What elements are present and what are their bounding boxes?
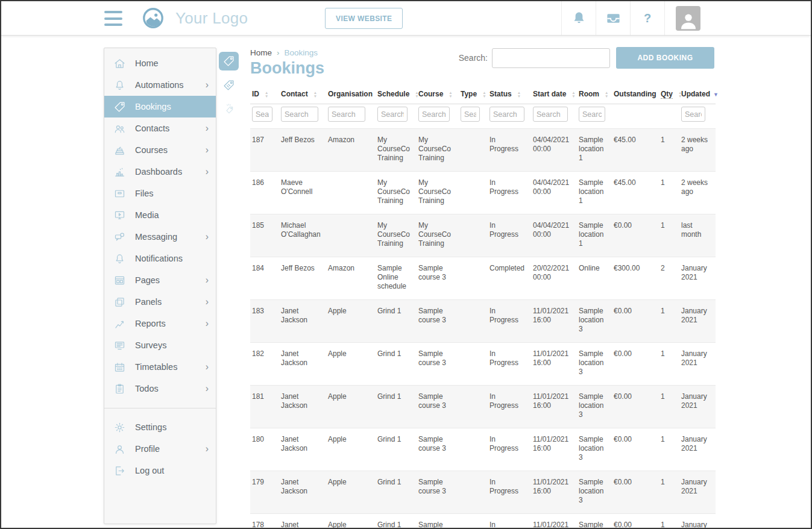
help-icon[interactable]: ? [630, 1, 664, 35]
sidebar-item-label: Surveys [135, 340, 200, 350]
column-header-schedule[interactable]: Schedule▲▼ [376, 85, 417, 104]
sidebar-item-media[interactable]: Media [104, 204, 216, 226]
filter-contact-input[interactable] [281, 107, 318, 122]
sidebar-item-log-out[interactable]: Log out [104, 460, 216, 481]
sidebar-item-reports[interactable]: Reports › [104, 313, 216, 334]
table-row[interactable]: 183Janet JacksonAppleGrind 1Sample cours… [250, 300, 716, 343]
column-label: Status [489, 90, 512, 98]
sidebar-item-home[interactable]: Home [104, 52, 216, 74]
sidebar-item-automations[interactable]: Automations › [104, 74, 216, 96]
subnav-tag-icon[interactable] [219, 52, 239, 70]
logo[interactable]: Your Logo [140, 5, 248, 31]
table-row[interactable]: 185Michael O'CallaghanMy CourseCo Traini… [250, 214, 716, 257]
sidebar-item-contacts[interactable]: Contacts › [104, 117, 216, 139]
table-row[interactable]: 179Janet JacksonAppleGrind 1Sample cours… [250, 471, 716, 514]
cell: 1 [659, 428, 679, 471]
cell: Online [577, 257, 612, 300]
inbox-icon[interactable] [596, 1, 630, 35]
column-label: Updated [681, 90, 710, 98]
column-header-contact[interactable]: Contact▲▼ [279, 85, 326, 104]
sidebar-item-settings[interactable]: Settings [104, 416, 216, 438]
cell: 184 [250, 257, 279, 300]
column-header-type[interactable]: Type▲▼ [459, 85, 488, 104]
sidebar-item-messaging[interactable]: Messaging › [104, 226, 216, 248]
home-icon [113, 57, 126, 70]
cell: 1 [659, 129, 679, 172]
sidebar-item-profile[interactable]: Profile › [104, 438, 216, 460]
sidebar-item-surveys[interactable]: Surveys [104, 334, 216, 356]
filter-cell [659, 104, 679, 129]
cell: 185 [250, 214, 279, 257]
sidebar-item-panels[interactable]: Panels › [104, 291, 216, 313]
cell: Janet Jackson [279, 514, 326, 529]
sidebar-item-dashboards[interactable]: Dashboards › [104, 161, 216, 183]
column-header-id[interactable]: ID▲▼ [250, 85, 279, 104]
filter-schedule-input[interactable] [377, 107, 408, 122]
people-icon [113, 122, 126, 135]
subnav-tag-gift-icon[interactable] [219, 100, 239, 119]
filter-course-input[interactable] [418, 107, 450, 122]
breadcrumb-home[interactable]: Home [250, 48, 272, 57]
cell: Janet Jackson [279, 428, 326, 471]
sidebar-item-pages[interactable]: Pages › [104, 269, 216, 291]
cell: Sample location 3 [577, 514, 612, 529]
sidebar-item-timetables[interactable]: Timetables › [104, 356, 216, 378]
filter-type-input[interactable] [461, 107, 480, 122]
cell: 11/01/2021 16:00 [531, 300, 577, 343]
subnav-tags-icon[interactable] [219, 76, 239, 95]
filter-updated-input[interactable] [681, 107, 705, 122]
filter-id-input[interactable] [252, 107, 272, 122]
search-input[interactable] [492, 48, 610, 68]
cell: 04/04/2021 00:00 [531, 172, 577, 214]
chevron-right-icon: › [206, 384, 209, 393]
cell: January 2021 [679, 471, 716, 514]
avatar[interactable] [676, 6, 700, 31]
filter-status-input[interactable] [489, 107, 524, 122]
column-header-updated[interactable]: Updated▼ [679, 85, 716, 104]
cell: In Progress [488, 343, 531, 386]
filter-room-input[interactable] [579, 107, 605, 122]
sidebar-item-bookings[interactable]: Bookings [104, 96, 216, 117]
cell: In Progress [488, 214, 531, 257]
sort-icon: ▲▼ [313, 91, 317, 98]
column-header-start-date[interactable]: Start date▲▼ [531, 85, 577, 104]
sidebar-item-notifications[interactable]: Notifications [104, 248, 216, 269]
cell: Sample location 3 [577, 471, 612, 514]
cell: 1 [659, 214, 679, 257]
sidebar-item-todos[interactable]: Todos › [104, 378, 216, 399]
avatar-cell [664, 1, 811, 35]
column-header-status[interactable]: Status▲▼ [488, 85, 531, 104]
cell: 186 [250, 172, 279, 214]
filter-start-date-input[interactable] [533, 107, 568, 122]
notifications-bell-icon[interactable] [561, 1, 596, 35]
table-row[interactable]: 181Janet JacksonAppleGrind 1Sample cours… [250, 386, 716, 428]
logout-icon [113, 465, 126, 477]
table-row[interactable]: 184Jeff BezosAmazonSample Online schedul… [250, 257, 716, 300]
column-header-room[interactable]: Room▲▼ [577, 85, 612, 104]
chevron-right-icon: › [206, 80, 209, 90]
column-header-course[interactable]: Course▲▼ [417, 85, 459, 104]
table-row[interactable]: 186Maeve O'ConnellMy CourseCo TrainingMy… [250, 172, 716, 214]
filter-organisation-input[interactable] [328, 107, 365, 122]
view-website-button[interactable]: VIEW WEBSITE [325, 8, 403, 29]
column-header-organisation[interactable]: Organisation▲▼ [326, 85, 376, 104]
cell: Sample course 3 [417, 343, 459, 386]
sort-icon: ▲▼ [265, 91, 268, 98]
sort-icon: ▲▼ [517, 91, 521, 98]
column-header-qty[interactable]: Qty▲▼ [659, 85, 679, 104]
cell: Grind 1 [376, 428, 417, 471]
menu-icon[interactable] [104, 11, 122, 26]
cell: 2 [659, 257, 679, 300]
table-row[interactable]: 187Jeff BezosAmazonMy CourseCo TrainingM… [250, 129, 716, 172]
table-row[interactable]: 178Janet JacksonAppleGrind 1Sample cours… [250, 514, 716, 529]
add-booking-button[interactable]: ADD BOOKING [616, 47, 714, 69]
sidebar-item-courses[interactable]: Courses › [104, 139, 216, 161]
sidebar-item-label: Panels [135, 297, 197, 307]
cell: Sample course 3 [417, 386, 459, 428]
cell: 11/01/2021 16:00 [531, 514, 577, 529]
sidebar-item-files[interactable]: Files [104, 183, 216, 204]
logo-image-icon [140, 5, 166, 31]
column-label: ID [252, 90, 259, 98]
table-row[interactable]: 182Janet JacksonAppleGrind 1Sample cours… [250, 343, 716, 386]
table-row[interactable]: 180Janet JacksonAppleGrind 1Sample cours… [250, 428, 716, 471]
